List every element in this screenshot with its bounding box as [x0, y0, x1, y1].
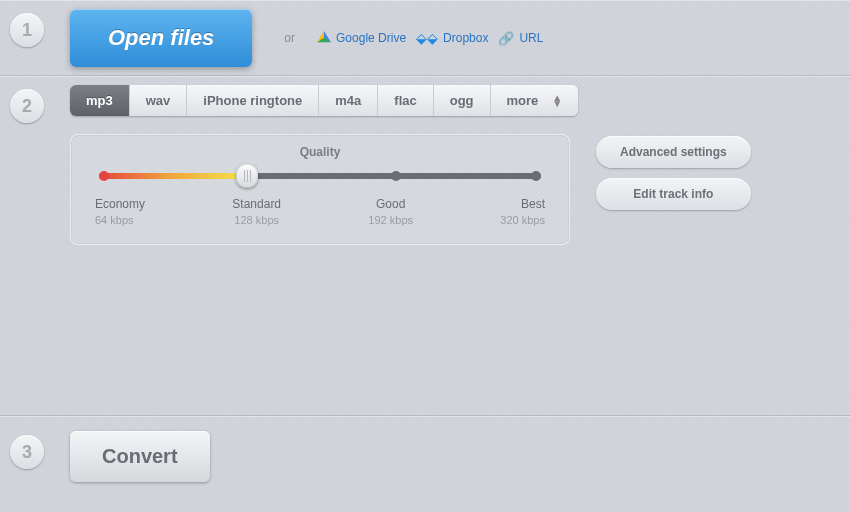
- tab-mp3[interactable]: mp3: [70, 85, 130, 116]
- source-google-drive[interactable]: Google Drive: [317, 31, 406, 45]
- tab-flac[interactable]: flac: [378, 85, 433, 116]
- quality-rate: 320 kbps: [500, 214, 545, 226]
- section-open: 1 Open files or Google Drive ⬙⬙ Dropbox …: [0, 0, 850, 76]
- quality-name: Best: [500, 197, 545, 211]
- dropbox-icon: ⬙⬙: [416, 31, 438, 45]
- tab-iphone-ringtone[interactable]: iPhone ringtone: [187, 85, 319, 116]
- step-badge-3: 3: [10, 435, 44, 469]
- quality-name: Economy: [95, 197, 145, 211]
- edit-track-info-button[interactable]: Edit track info: [596, 178, 751, 210]
- quality-level-best: Best 320 kbps: [500, 197, 545, 226]
- quality-slider[interactable]: [99, 169, 541, 183]
- quality-name: Standard: [232, 197, 281, 211]
- sort-icon: ▲▼: [552, 95, 562, 107]
- quality-row: Quality Economy 64 kbps Standard: [70, 134, 838, 245]
- tab-more[interactable]: more ▲▼: [491, 85, 579, 116]
- source-url[interactable]: 🔗 URL: [498, 31, 543, 46]
- format-body: mp3 wav iPhone ringtone m4a flac ogg mor…: [70, 85, 838, 245]
- step-badge-2: 2: [10, 89, 44, 123]
- slider-notch-best: [531, 171, 541, 181]
- quality-rate: 192 kbps: [368, 214, 413, 226]
- google-drive-icon: [317, 31, 331, 45]
- quality-panel: Quality Economy 64 kbps Standard: [70, 134, 570, 245]
- slider-notch-good: [391, 171, 401, 181]
- tab-more-label: more: [507, 93, 539, 108]
- side-buttons: Advanced settings Edit track info: [596, 136, 751, 210]
- quality-level-good: Good 192 kbps: [368, 197, 413, 226]
- advanced-settings-button[interactable]: Advanced settings: [596, 136, 751, 168]
- section-format: 2 mp3 wav iPhone ringtone m4a flac ogg m…: [0, 76, 850, 416]
- tab-ogg[interactable]: ogg: [434, 85, 491, 116]
- quality-title: Quality: [95, 145, 545, 159]
- google-drive-label: Google Drive: [336, 31, 406, 45]
- tab-wav[interactable]: wav: [130, 85, 188, 116]
- dropbox-label: Dropbox: [443, 31, 488, 45]
- quality-name: Good: [368, 197, 413, 211]
- quality-rate: 64 kbps: [95, 214, 145, 226]
- slider-gradient: [99, 173, 245, 179]
- section-convert: 3 Convert: [0, 416, 850, 500]
- slider-notch-economy: [99, 171, 109, 181]
- step-badge-1: 1: [10, 13, 44, 47]
- quality-rate: 128 kbps: [232, 214, 281, 226]
- open-files-button[interactable]: Open files: [70, 9, 252, 67]
- or-label: or: [284, 31, 295, 45]
- tab-m4a[interactable]: m4a: [319, 85, 378, 116]
- source-dropbox[interactable]: ⬙⬙ Dropbox: [416, 31, 488, 45]
- open-row: Open files or Google Drive ⬙⬙ Dropbox 🔗 …: [70, 9, 543, 67]
- slider-handle[interactable]: [236, 164, 258, 188]
- format-tabs: mp3 wav iPhone ringtone m4a flac ogg mor…: [70, 85, 578, 116]
- quality-level-standard: Standard 128 kbps: [232, 197, 281, 226]
- link-icon: 🔗: [498, 31, 514, 46]
- convert-button[interactable]: Convert: [70, 431, 210, 482]
- quality-level-economy: Economy 64 kbps: [95, 197, 145, 226]
- url-label: URL: [519, 31, 543, 45]
- quality-labels: Economy 64 kbps Standard 128 kbps Good 1…: [95, 197, 545, 226]
